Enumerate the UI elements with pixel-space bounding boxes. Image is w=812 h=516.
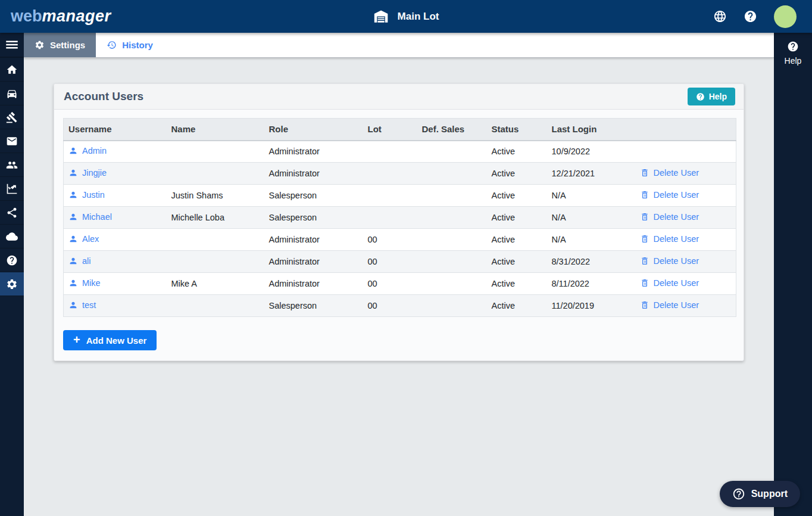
username-link[interactable]: Michael [68,212,112,222]
def-sales-cell [417,273,487,295]
navbar-right [713,5,797,28]
sidebar-item-cloud[interactable] [0,225,24,248]
language-icon[interactable] [713,10,727,23]
sidebar-item-settings[interactable] [0,272,24,296]
name-cell [167,295,264,317]
username-link[interactable]: Jingjie [68,168,107,178]
person-icon [68,234,78,244]
menu-toggle[interactable] [0,33,24,58]
gavel-icon [6,111,18,123]
username-link[interactable]: Mike [68,278,101,288]
username-link[interactable]: Alex [68,234,99,244]
role-cell: Salesperson [264,295,363,317]
name-cell [167,251,264,273]
username-link[interactable]: Admin [68,146,107,156]
role-cell: Administrator [264,163,363,185]
role-cell: Salesperson [264,207,363,229]
table-row: aliAdministrator00Active8/31/2022Delete … [64,251,736,273]
sidebar-item-car[interactable] [0,82,24,105]
last-login-cell: N/A [547,229,635,251]
add-new-user-button[interactable]: + Add New User [63,330,157,350]
delete-user-link[interactable]: Delete User [640,212,699,222]
table-row: JingjieAdministratorActive12/21/2021Dele… [64,163,736,185]
delete-user-link[interactable]: Delete User [640,168,699,178]
garage-icon [373,8,389,24]
action-cell: Delete User [635,295,736,317]
trash-icon [640,256,649,266]
last-login-cell: 11/20/2019 [547,295,635,317]
settings-icon [6,278,18,290]
role-cell: Administrator [264,251,363,273]
username-link[interactable]: ali [68,256,91,266]
navbar-help-icon[interactable] [744,10,757,23]
sidebar-item-gavel[interactable] [0,105,24,129]
lot-cell: 00 [363,229,417,251]
status-cell: Active [487,251,547,273]
delete-user-label: Delete User [654,278,699,288]
action-cell: Delete User [635,207,736,229]
status-cell: Active [487,273,547,295]
def-sales-cell [417,295,487,317]
sidebar-item-home[interactable] [0,58,24,82]
username-cell: Mike [64,273,167,295]
table-row: AdminAdministratorActive10/9/2022 [64,141,736,163]
column-header [635,119,736,141]
delete-user-link[interactable]: Delete User [640,190,699,200]
delete-user-link[interactable]: Delete User [640,278,699,288]
tab-settings[interactable]: Settings [24,33,96,57]
person-icon [68,278,78,288]
help-circle-icon [696,92,705,101]
trash-icon [640,234,649,244]
tab-bar: Settings History [24,33,774,58]
trash-icon [640,278,649,288]
username-link[interactable]: test [68,300,96,310]
history-icon [107,40,117,50]
column-header: Role [264,119,363,141]
username-link[interactable]: Justin [68,190,105,200]
tab-history[interactable]: History [96,33,164,57]
username-cell: Jingjie [64,163,167,185]
delete-user-link[interactable]: Delete User [640,256,699,266]
lot-cell: 00 [363,295,417,317]
page-title: Account Users [64,90,143,103]
help-panel-button[interactable]: Help [785,41,802,66]
avatar[interactable] [774,5,797,28]
sidebar-item-users[interactable] [0,153,24,177]
share-icon [6,207,18,219]
delete-user-label: Delete User [654,212,699,222]
action-cell: Delete User [635,251,736,273]
table-row: MikeMike AAdministrator00Active8/11/2022… [64,273,736,295]
def-sales-cell [417,141,487,163]
username-cell: ali [64,251,167,273]
status-cell: Active [487,229,547,251]
role-cell: Salesperson [264,185,363,207]
add-new-user-label: Add New User [86,335,147,346]
lot-switcher[interactable]: Main Lot [373,8,439,24]
logo-web: web [11,7,42,25]
delete-user-label: Delete User [654,190,699,200]
lot-cell: 00 [363,273,417,295]
users-table: UsernameNameRoleLotDef. SalesStatusLast … [63,118,736,317]
sidebar-item-help[interactable] [0,248,24,272]
card-help-button[interactable]: Help [688,88,735,105]
column-header: Lot [363,119,417,141]
status-cell: Active [487,207,547,229]
action-cell: Delete User [635,273,736,295]
delete-user-link[interactable]: Delete User [640,300,699,310]
username-text: Michael [82,212,112,222]
support-button[interactable]: Support [720,481,800,507]
lot-cell [363,207,417,229]
username-text: Admin [82,146,107,156]
username-cell: Michael [64,207,167,229]
table-row: MichaelMichelle LobaSalespersonActiveN/A… [64,207,736,229]
trash-icon [640,212,649,222]
sidebar-item-share[interactable] [0,201,24,225]
sidebar-item-mail[interactable] [0,129,24,153]
delete-user-link[interactable]: Delete User [640,234,699,244]
def-sales-cell [417,163,487,185]
delete-user-label: Delete User [654,256,699,266]
username-text: Alex [82,234,99,244]
app-logo[interactable]: webmanager [11,7,111,26]
content-area: Account Users Help UsernameNameRoleLotDe… [24,58,774,516]
sidebar-item-chart[interactable] [0,177,24,201]
